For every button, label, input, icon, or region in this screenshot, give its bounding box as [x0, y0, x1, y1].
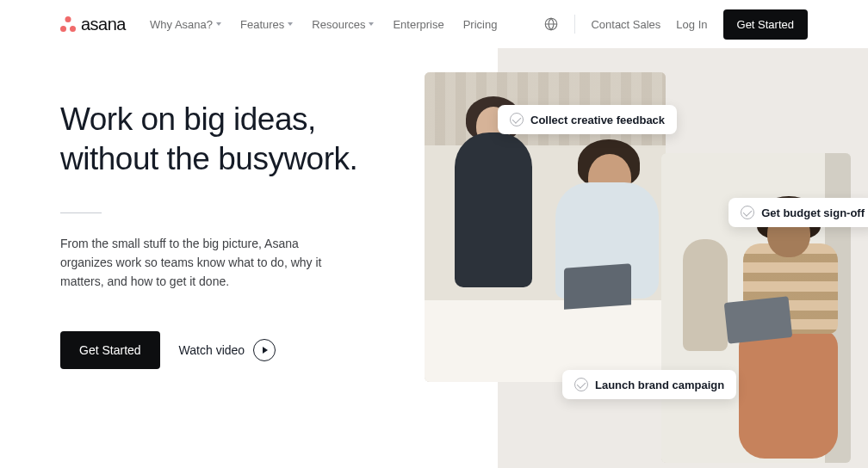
cta-row: Get Started Watch video [60, 331, 388, 369]
nav-pricing[interactable]: Pricing [463, 18, 498, 31]
nav-resources[interactable]: Resources [312, 18, 374, 31]
chip-label: Collect creative feedback [530, 114, 665, 126]
play-icon [253, 339, 276, 361]
nav-features[interactable]: Features [240, 18, 293, 31]
hero-title-line: without the busywork. [60, 141, 357, 176]
nav-label: Resources [312, 18, 365, 31]
chip-label: Get budget sign-off [761, 206, 865, 219]
task-chip-budget[interactable]: Get budget sign-off [728, 198, 868, 227]
site-header: asana Why Asana? Features Resources Ente… [0, 0, 868, 48]
hero-title-line: Work on big ideas, [60, 102, 316, 137]
task-chip-campaign[interactable]: Launch brand campaign [562, 370, 736, 399]
check-circle-icon [574, 378, 588, 391]
nav-why-asana[interactable]: Why Asana? [150, 18, 221, 31]
watch-video-label: Watch video [179, 343, 245, 357]
divider [574, 15, 575, 34]
check-circle-icon [741, 206, 754, 219]
hero-get-started-button[interactable]: Get Started [60, 331, 160, 369]
nav-label: Pricing [463, 18, 498, 31]
chip-label: Launch brand campaign [595, 379, 724, 391]
login-link[interactable]: Log In [676, 18, 707, 31]
hero-content: Work on big ideas, without the busywork.… [60, 100, 388, 369]
asana-logo-icon [60, 16, 76, 32]
chevron-down-icon [369, 22, 374, 26]
brand-name: asana [81, 15, 126, 34]
hero-subtitle: From the small stuff to the big picture,… [60, 234, 353, 292]
brand-logo[interactable]: asana [60, 15, 126, 34]
nav-label: Enterprise [393, 18, 443, 31]
nav-label: Features [240, 18, 284, 31]
task-chip-feedback[interactable]: Collect creative feedback [498, 105, 677, 134]
nav-enterprise[interactable]: Enterprise [393, 18, 443, 31]
chevron-down-icon [216, 22, 221, 26]
globe-icon[interactable] [543, 16, 559, 32]
nav-label: Why Asana? [150, 18, 213, 31]
watch-video-button[interactable]: Watch video [179, 339, 276, 361]
primary-nav: Why Asana? Features Resources Enterprise… [150, 18, 543, 31]
chevron-down-icon [288, 22, 293, 26]
get-started-button[interactable]: Get Started [723, 9, 808, 40]
hero-title: Work on big ideas, without the busywork. [60, 100, 388, 180]
contact-sales-link[interactable]: Contact Sales [591, 18, 660, 31]
hero-image-collage: Collect creative feedback Get budget sig… [420, 72, 868, 468]
divider [60, 212, 102, 213]
check-circle-icon [510, 113, 524, 126]
secondary-nav: Contact Sales Log In Get Started [543, 9, 808, 40]
